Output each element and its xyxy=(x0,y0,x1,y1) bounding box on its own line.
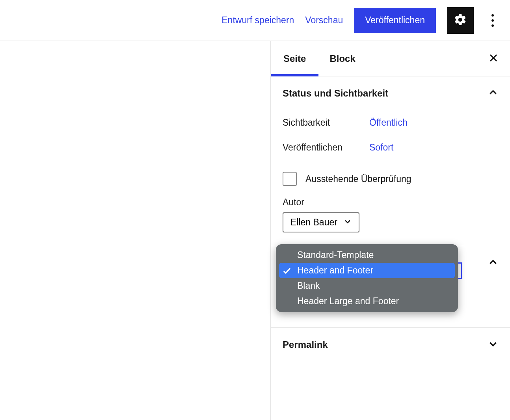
pending-review-checkbox[interactable] xyxy=(283,172,297,186)
save-draft-button[interactable]: Entwurf speichern xyxy=(221,15,294,26)
publish-label: Veröffentlichen xyxy=(283,142,369,153)
chevron-down-icon xyxy=(488,339,498,351)
check-icon xyxy=(282,266,292,275)
tab-block[interactable]: Block xyxy=(329,41,356,76)
section-status-header[interactable]: Status und Sichtbarkeit xyxy=(283,76,498,110)
author-label: Autor xyxy=(283,197,498,208)
gear-icon xyxy=(454,13,467,28)
tab-page[interactable]: Seite xyxy=(283,41,307,76)
editor-canvas[interactable] xyxy=(0,41,270,420)
template-option-label: Header Large and Footer xyxy=(297,296,399,307)
template-option-blank[interactable]: Blank xyxy=(276,278,458,294)
close-icon xyxy=(489,52,498,65)
pending-review-label: Ausstehende Überprüfung xyxy=(305,174,411,184)
template-dropdown[interactable]: Standard-Template Header and Footer Blan… xyxy=(276,244,458,312)
section-permalink-title: Permalink xyxy=(283,339,328,350)
visibility-value[interactable]: Öffentlich xyxy=(369,117,408,128)
template-option-header-footer[interactable]: Header and Footer xyxy=(279,263,455,278)
settings-button[interactable] xyxy=(447,7,474,34)
author-select-value: Ellen Bauer xyxy=(290,217,337,228)
vertical-dots-icon xyxy=(491,14,494,27)
section-permalink-header[interactable]: Permalink xyxy=(283,328,498,362)
section-status-title: Status und Sichtbarkeit xyxy=(283,88,388,99)
template-option-label: Blank xyxy=(297,281,320,291)
visibility-label: Sichtbarkeit xyxy=(283,117,369,128)
chevron-up-icon xyxy=(488,87,498,99)
template-option-label: Header and Footer xyxy=(297,265,373,276)
template-option-label: Standard-Template xyxy=(297,250,374,260)
section-status-visibility: Status und Sichtbarkeit Sichtbarkeit Öff… xyxy=(271,76,510,246)
publish-row: Veröffentlichen Sofort xyxy=(283,135,498,160)
author-select[interactable]: Ellen Bauer xyxy=(283,212,359,232)
publish-value[interactable]: Sofort xyxy=(369,142,393,153)
author-block: Autor Ellen Bauer xyxy=(283,190,498,246)
section-permalink: Permalink xyxy=(271,328,510,362)
template-option-standard[interactable]: Standard-Template xyxy=(276,247,458,263)
chevron-down-icon xyxy=(344,217,352,228)
chevron-up-icon xyxy=(488,257,498,269)
close-sidebar-button[interactable] xyxy=(489,52,498,65)
editor-topbar: Entwurf speichern Vorschau Veröffentlich… xyxy=(0,0,510,41)
visibility-row: Sichtbarkeit Öffentlich xyxy=(283,110,498,135)
more-options-button[interactable] xyxy=(485,7,501,34)
publish-button[interactable]: Veröffentlichen xyxy=(354,8,436,33)
pending-review-row: Ausstehende Überprüfung xyxy=(283,160,498,190)
settings-sidebar: Seite Block Status und Sichtbarkeit Sich… xyxy=(270,41,510,420)
sidebar-tabs: Seite Block xyxy=(271,41,510,76)
template-option-header-large-footer[interactable]: Header Large and Footer xyxy=(276,294,458,309)
preview-button[interactable]: Vorschau xyxy=(305,15,343,26)
select-focus-edge xyxy=(458,262,462,279)
